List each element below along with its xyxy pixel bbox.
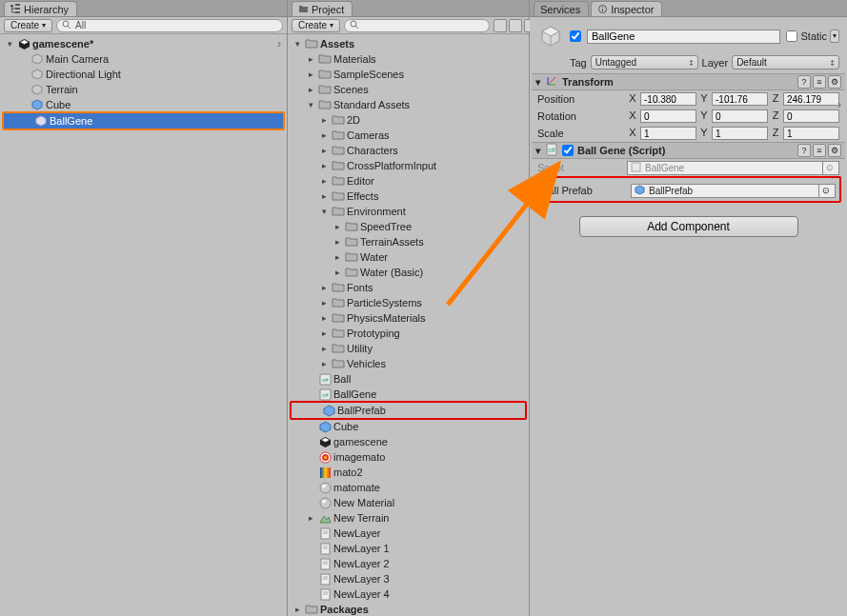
position-x-input[interactable] <box>640 92 696 106</box>
script-object-field[interactable]: BallGene ⊙ <box>627 161 839 175</box>
twisty-open-icon[interactable]: ▾ <box>305 100 316 109</box>
transform-component-header[interactable]: ▾ Transform ? ≡ ⚙ <box>532 73 845 90</box>
gameobject-active-checkbox[interactable] <box>570 30 581 42</box>
project-file-ballprefab[interactable]: BallPrefab <box>292 403 525 418</box>
twisty-closed-icon[interactable]: ▸ <box>318 146 330 155</box>
project-search-input[interactable] <box>363 20 484 30</box>
project-file[interactable]: NewLayer 3 <box>288 571 529 586</box>
project-folder[interactable]: ▸ CrossPlatformInput <box>288 158 529 173</box>
static-checkbox[interactable] <box>786 30 797 42</box>
static-dropdown-caret[interactable]: ▾ <box>830 30 839 43</box>
twisty-open-icon[interactable]: ▾ <box>292 39 303 49</box>
project-folder[interactable]: ▸ Utility <box>288 341 529 356</box>
tab-hierarchy[interactable]: Hierarchy <box>4 1 77 16</box>
project-folder[interactable]: ▸ Editor <box>288 173 529 189</box>
gameobject-thumbnail-icon[interactable] <box>537 23 564 50</box>
project-search[interactable] <box>344 19 490 32</box>
rotation-x-input[interactable] <box>640 109 696 123</box>
project-folder[interactable]: ▸ Prototyping <box>288 326 529 341</box>
component-gear-icon[interactable]: ⚙ <box>828 144 841 157</box>
project-folder[interactable]: ▸ Cameras <box>288 128 529 143</box>
twisty-closed-icon[interactable]: ▸ <box>305 70 316 79</box>
twisty-closed-icon[interactable]: ▸ <box>318 115 330 125</box>
tab-services[interactable]: Services <box>534 1 589 16</box>
position-y-input[interactable] <box>712 92 768 106</box>
project-file[interactable]: matomate <box>288 480 529 495</box>
chevron-right-icon[interactable]: › <box>277 37 281 50</box>
project-folder[interactable]: ▾ Standard Assets <box>288 97 529 112</box>
twisty-open-icon[interactable]: ▾ <box>535 145 541 157</box>
assets-root[interactable]: ▾ Assets <box>288 36 529 51</box>
project-folder[interactable]: ▸ PhysicsMaterials <box>288 310 529 326</box>
project-folder[interactable]: ▸ Effects <box>288 189 529 204</box>
project-folder[interactable]: ▸ Vehicles <box>288 356 529 371</box>
hierarchy-create-button[interactable]: Create▾ <box>4 19 52 32</box>
scale-y-input[interactable] <box>712 127 768 140</box>
component-help-icon[interactable]: ? <box>797 75 811 89</box>
project-folder[interactable]: ▾ Environment <box>288 204 529 219</box>
project-file[interactable]: New Material <box>288 495 529 510</box>
project-create-button[interactable]: Create▾ <box>292 19 340 32</box>
project-file[interactable]: Cube <box>288 419 529 434</box>
twisty-closed-icon[interactable]: ▸ <box>318 359 330 368</box>
filter-button-1[interactable] <box>494 19 507 32</box>
tag-dropdown[interactable]: Untagged ‡ <box>591 55 698 70</box>
twisty-closed-icon[interactable]: ▸ <box>305 85 316 94</box>
twisty-closed-icon[interactable]: ▸ <box>318 191 330 201</box>
project-file[interactable]: gamescene <box>288 434 529 449</box>
scale-z-input[interactable] <box>783 127 839 140</box>
twisty-closed-icon[interactable]: ▸ <box>318 176 330 186</box>
project-file[interactable]: imagemato <box>288 449 529 465</box>
scene-root[interactable]: ▾ gamescene* › <box>0 36 287 51</box>
twisty-closed-icon[interactable]: ▸ <box>332 268 343 277</box>
hierarchy-item[interactable]: Directional Light <box>0 67 287 82</box>
script-enabled-checkbox[interactable] <box>562 145 574 156</box>
project-file[interactable]: c# Ball <box>288 371 529 387</box>
twisty-closed-icon[interactable]: ▸ <box>318 313 330 323</box>
project-file[interactable]: NewLayer 2 <box>288 556 529 571</box>
position-z-input[interactable] <box>783 92 839 106</box>
hierarchy-search-input[interactable] <box>75 20 277 30</box>
project-folder[interactable]: ▸ ParticleSystems <box>288 295 529 310</box>
twisty-open-icon[interactable]: ▾ <box>4 39 15 49</box>
twisty-closed-icon[interactable]: ▸ <box>318 298 330 308</box>
twisty-closed-icon[interactable]: ▸ <box>305 513 316 523</box>
project-folder[interactable]: ▸ Scenes <box>288 82 529 97</box>
component-help-icon[interactable]: ? <box>797 144 811 157</box>
hierarchy-item[interactable]: Cube › <box>0 97 287 112</box>
twisty-closed-icon[interactable]: ▸ <box>332 237 343 247</box>
project-folder[interactable]: ▸ Characters <box>288 143 529 158</box>
project-file[interactable]: NewLayer 1 <box>288 541 529 556</box>
project-file[interactable]: NewLayer 4 <box>288 586 529 602</box>
script-component-header[interactable]: ▾ c# Ball Gene (Script) ? ≡ ⚙ <box>532 142 845 159</box>
project-folder[interactable]: ▸ Water <box>288 249 529 265</box>
twisty-closed-icon[interactable]: ▸ <box>292 605 303 614</box>
component-gear-icon[interactable]: ⚙ <box>828 75 841 89</box>
object-picker-icon[interactable]: ⊙ <box>818 185 832 197</box>
twisty-closed-icon[interactable]: ▸ <box>332 222 343 231</box>
component-preset-icon[interactable]: ≡ <box>813 144 826 157</box>
project-folder[interactable]: ▸ Water (Basic) <box>288 265 529 280</box>
tab-project[interactable]: Project <box>292 1 353 16</box>
twisty-closed-icon[interactable]: ▸ <box>318 328 330 338</box>
scale-x-input[interactable] <box>640 127 696 140</box>
packages-root[interactable]: ▸ Packages <box>288 602 529 616</box>
hierarchy-item-selected[interactable]: BallGene <box>4 113 283 129</box>
rotation-z-input[interactable] <box>783 109 839 123</box>
tab-inspector[interactable]: Inspector <box>591 1 662 16</box>
gameobject-name-input[interactable] <box>587 30 780 44</box>
twisty-closed-icon[interactable]: ▸ <box>318 130 330 140</box>
twisty-closed-icon[interactable]: ▸ <box>318 161 330 170</box>
twisty-closed-icon[interactable]: ▸ <box>318 344 330 353</box>
twisty-open-icon[interactable]: ▾ <box>318 207 330 216</box>
twisty-open-icon[interactable]: ▾ <box>535 76 541 89</box>
project-folder[interactable]: ▸ Materials <box>288 51 529 67</box>
component-preset-icon[interactable]: ≡ <box>813 75 826 89</box>
hierarchy-item[interactable]: Main Camera <box>0 51 287 67</box>
ballprefab-object-field[interactable]: BallPrefab ⊙ <box>631 184 836 198</box>
project-file[interactable]: NewLayer <box>288 526 529 541</box>
project-folder[interactable]: ▸ TerrainAssets <box>288 234 529 249</box>
project-file[interactable]: c# BallGene <box>288 387 529 402</box>
project-folder[interactable]: ▸ SampleScenes <box>288 67 529 82</box>
twisty-closed-icon[interactable]: ▸ <box>318 283 330 292</box>
